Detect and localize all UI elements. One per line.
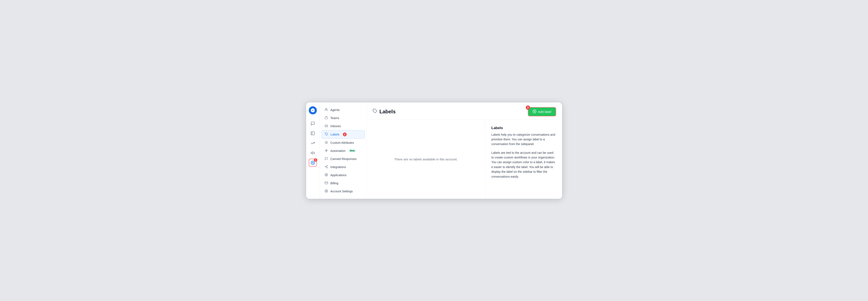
svg-marker-3: [311, 152, 313, 154]
billing-icon: [324, 181, 328, 185]
sidebar-item-custom-attributes[interactable]: Custom Attributes: [320, 139, 367, 147]
sidebar-item-custom-attributes-label: Custom Attributes: [331, 141, 354, 144]
sidebar-item-integrations-label: Integrations: [331, 165, 346, 169]
sidebar-item-automation[interactable]: Automation Beta: [320, 147, 367, 155]
sidebar-item-canned-responses-label: Canned Responses: [331, 157, 357, 161]
labels-icon: [325, 133, 329, 136]
labels-empty-area: There are no labels available in this ac…: [367, 120, 485, 199]
labels-info-panel: Labels Labels help you to categorize con…: [485, 120, 562, 199]
page-title: Labels: [379, 109, 396, 114]
sidebar-item-account-settings-label: Account Settings: [331, 190, 353, 193]
svg-point-11: [325, 166, 326, 167]
app-logo: [309, 106, 317, 114]
sidebar-item-labels-label: Labels: [331, 133, 339, 136]
svg-line-14: [326, 166, 327, 166]
info-panel-paragraph-2: Labels are tied to the account and can b…: [492, 150, 556, 179]
sidebar-item-billing-label: Billing: [331, 181, 338, 185]
sidebar-item-labels[interactable]: Labels 2: [321, 130, 365, 139]
applications-icon: [324, 173, 328, 177]
sidebar-item-inboxes[interactable]: Inboxes: [320, 122, 367, 130]
sidebar-item-applications[interactable]: Applications: [320, 171, 367, 179]
sidebar-item-account-settings[interactable]: Account Settings: [320, 187, 367, 195]
sidebar-item-integrations[interactable]: Integrations: [320, 163, 367, 171]
agents-icon: [324, 108, 328, 112]
settings-badge: 1: [314, 158, 317, 162]
main-content: Labels 3 Add label There are no labels a…: [367, 102, 562, 199]
sidebar-item-billing[interactable]: Billing: [320, 179, 367, 187]
teams-icon: [324, 116, 328, 120]
automation-beta-badge: Beta: [348, 149, 356, 152]
nav-contacts-icon[interactable]: [309, 129, 317, 137]
sidebar-item-agents[interactable]: Agents: [320, 106, 367, 114]
integrations-icon: [324, 165, 328, 169]
svg-point-18: [326, 191, 327, 191]
settings-sidebar: Agents Teams Inboxes Labels 2 Custom A: [320, 102, 367, 199]
sidebar-item-automation-label: Automation: [331, 149, 346, 153]
sidebar-item-teams-label: Teams: [331, 116, 339, 120]
empty-message: There are no labels available in this ac…: [394, 158, 458, 161]
nav-campaigns-icon[interactable]: [309, 149, 317, 157]
nav-settings-icon[interactable]: 1: [309, 159, 317, 167]
svg-point-12: [327, 167, 328, 168]
custom-attributes-icon: [324, 141, 328, 145]
add-label-plus-icon: [533, 109, 536, 114]
app-window: 1 Agents Teams Inboxes Labels: [306, 102, 562, 199]
svg-marker-8: [325, 141, 328, 143]
svg-line-13: [326, 167, 327, 167]
svg-rect-6: [325, 117, 328, 119]
inboxes-icon: [324, 124, 328, 128]
sidebar-item-canned-responses[interactable]: Canned Responses: [320, 155, 367, 163]
sidebar-item-teams[interactable]: Teams: [320, 114, 367, 122]
icon-sidebar: 1: [306, 102, 320, 199]
add-label-button[interactable]: 3 Add label: [528, 107, 556, 116]
info-panel-paragraph-1: Labels help you to categorize conversati…: [492, 132, 556, 146]
page-title-area: Labels: [373, 109, 396, 114]
svg-point-10: [327, 165, 328, 166]
account-settings-icon: [324, 189, 328, 193]
info-panel-heading: Labels: [492, 126, 556, 130]
add-label-button-label: Add label: [538, 110, 551, 113]
automation-icon: [324, 149, 328, 153]
sidebar-item-inboxes-label: Inboxes: [331, 124, 341, 128]
content-body: There are no labels available in this ac…: [367, 120, 562, 199]
svg-point-5: [326, 108, 327, 109]
page-header: Labels 3 Add label: [367, 102, 562, 120]
svg-point-15: [326, 174, 327, 175]
add-label-badge: 3: [526, 105, 530, 110]
sidebar-item-agents-label: Agents: [331, 108, 340, 112]
page-title-icon: [373, 109, 377, 114]
canned-responses-icon: [324, 157, 328, 161]
svg-marker-9: [325, 149, 328, 152]
svg-rect-16: [325, 182, 328, 184]
nav-conversations-icon[interactable]: [309, 120, 317, 128]
sidebar-item-applications-label: Applications: [331, 173, 347, 177]
svg-point-4: [312, 162, 313, 163]
nav-reports-icon[interactable]: [309, 139, 317, 147]
svg-rect-1: [311, 132, 315, 135]
labels-badge: 2: [343, 133, 347, 136]
